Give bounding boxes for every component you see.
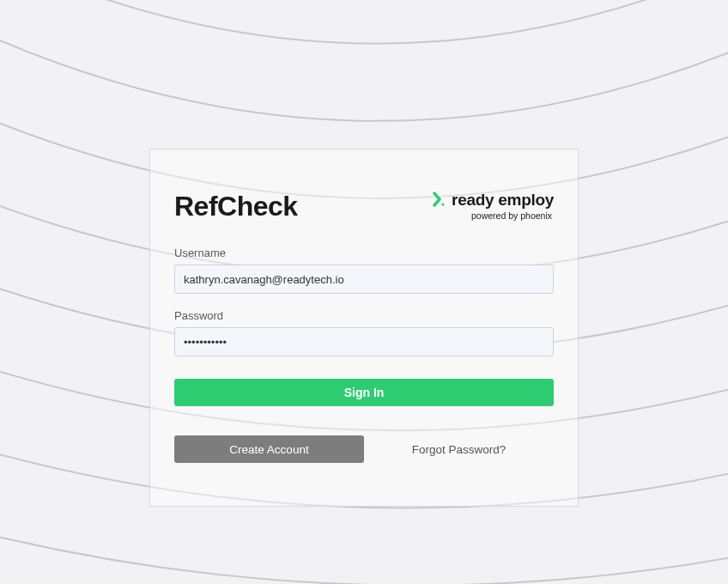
password-label: Password bbox=[174, 309, 554, 322]
login-card: RefCheck ready employ powered by phoenix… bbox=[149, 149, 579, 507]
header-row: RefCheck ready employ powered by phoenix bbox=[174, 191, 554, 222]
username-input[interactable] bbox=[174, 265, 554, 294]
password-input[interactable] bbox=[174, 327, 554, 356]
brand-name: ready employ bbox=[452, 191, 554, 210]
app-title: RefCheck bbox=[174, 191, 298, 222]
signin-button[interactable]: Sign In bbox=[174, 379, 554, 406]
brand-tagline: powered by phoenix bbox=[471, 210, 552, 221]
create-account-button[interactable]: Create Account bbox=[174, 435, 364, 463]
brand-main: ready employ bbox=[433, 191, 554, 210]
chevron-icon bbox=[433, 192, 446, 210]
bottom-row: Create Account Forgot Password? bbox=[174, 435, 554, 463]
brand-block: ready employ powered by phoenix bbox=[433, 191, 554, 221]
svg-point-1 bbox=[441, 203, 444, 205]
username-label: Username bbox=[174, 246, 554, 259]
forgot-password-link[interactable]: Forgot Password? bbox=[364, 443, 554, 456]
